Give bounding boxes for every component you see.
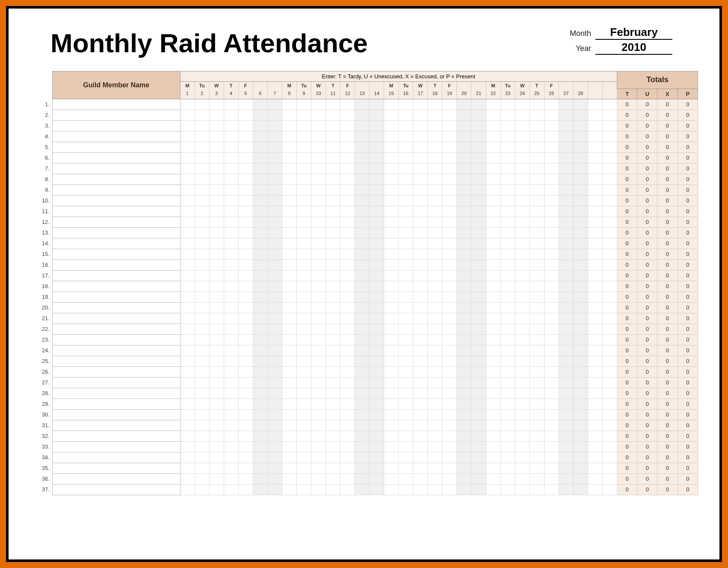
- attendance-cell[interactable]: [180, 484, 195, 495]
- attendance-cell[interactable]: [399, 398, 413, 409]
- attendance-cell[interactable]: [530, 217, 544, 227]
- attendance-cell[interactable]: [224, 217, 238, 227]
- attendance-cell[interactable]: [559, 388, 573, 398]
- attendance-cell[interactable]: [180, 313, 195, 324]
- attendance-cell[interactable]: [471, 366, 486, 377]
- member-name-cell[interactable]: [52, 110, 180, 120]
- attendance-cell[interactable]: [282, 473, 296, 484]
- attendance-cell[interactable]: [224, 388, 238, 398]
- attendance-cell[interactable]: [559, 473, 573, 484]
- attendance-cell[interactable]: [238, 463, 253, 473]
- attendance-cell[interactable]: [253, 388, 267, 398]
- attendance-cell[interactable]: [544, 345, 559, 356]
- attendance-cell[interactable]: [602, 99, 617, 110]
- attendance-cell[interactable]: [253, 409, 267, 420]
- attendance-cell[interactable]: [500, 99, 515, 110]
- attendance-cell[interactable]: [267, 110, 282, 120]
- attendance-cell[interactable]: [267, 195, 282, 206]
- attendance-cell[interactable]: [544, 473, 559, 484]
- attendance-cell[interactable]: [253, 377, 267, 388]
- attendance-cell[interactable]: [515, 441, 530, 452]
- attendance-cell[interactable]: [370, 195, 384, 206]
- attendance-cell[interactable]: [311, 356, 326, 366]
- attendance-cell[interactable]: [457, 174, 471, 184]
- attendance-cell[interactable]: [384, 142, 399, 152]
- attendance-cell[interactable]: [209, 291, 224, 302]
- attendance-cell[interactable]: [544, 120, 559, 131]
- attendance-cell[interactable]: [428, 131, 442, 142]
- attendance-cell[interactable]: [311, 398, 326, 409]
- attendance-cell[interactable]: [180, 238, 195, 249]
- attendance-cell[interactable]: [180, 431, 195, 441]
- attendance-cell[interactable]: [428, 345, 442, 356]
- attendance-cell[interactable]: [267, 227, 282, 238]
- attendance-cell[interactable]: [544, 227, 559, 238]
- attendance-cell[interactable]: [399, 184, 413, 195]
- attendance-cell[interactable]: [282, 142, 296, 152]
- attendance-cell[interactable]: [457, 238, 471, 249]
- attendance-cell[interactable]: [413, 120, 428, 131]
- attendance-cell[interactable]: [399, 463, 413, 473]
- attendance-cell[interactable]: [195, 249, 209, 259]
- attendance-cell[interactable]: [384, 227, 399, 238]
- attendance-cell[interactable]: [195, 110, 209, 120]
- attendance-cell[interactable]: [296, 174, 311, 184]
- attendance-cell[interactable]: [602, 441, 617, 452]
- attendance-cell[interactable]: [486, 120, 500, 131]
- attendance-cell[interactable]: [224, 281, 238, 291]
- attendance-cell[interactable]: [209, 334, 224, 345]
- attendance-cell[interactable]: [530, 120, 544, 131]
- attendance-cell[interactable]: [530, 131, 544, 142]
- attendance-cell[interactable]: [457, 249, 471, 259]
- attendance-cell[interactable]: [573, 195, 588, 206]
- attendance-cell[interactable]: [457, 131, 471, 142]
- attendance-cell[interactable]: [602, 110, 617, 120]
- attendance-cell[interactable]: [238, 120, 253, 131]
- attendance-cell[interactable]: [195, 99, 209, 110]
- attendance-cell[interactable]: [515, 217, 530, 227]
- attendance-cell[interactable]: [428, 431, 442, 441]
- attendance-cell[interactable]: [428, 217, 442, 227]
- attendance-cell[interactable]: [530, 441, 544, 452]
- attendance-cell[interactable]: [370, 302, 384, 313]
- attendance-cell[interactable]: [267, 217, 282, 227]
- attendance-cell[interactable]: [486, 484, 500, 495]
- attendance-cell[interactable]: [486, 420, 500, 431]
- attendance-cell[interactable]: [573, 345, 588, 356]
- attendance-cell[interactable]: [471, 377, 486, 388]
- attendance-cell[interactable]: [209, 217, 224, 227]
- attendance-cell[interactable]: [602, 377, 617, 388]
- attendance-cell[interactable]: [559, 142, 573, 152]
- attendance-cell[interactable]: [296, 463, 311, 473]
- attendance-cell[interactable]: [326, 217, 340, 227]
- attendance-cell[interactable]: [384, 366, 399, 377]
- attendance-cell[interactable]: [457, 195, 471, 206]
- attendance-cell[interactable]: [355, 388, 370, 398]
- attendance-cell[interactable]: [180, 259, 195, 270]
- attendance-cell[interactable]: [253, 473, 267, 484]
- attendance-cell[interactable]: [340, 484, 355, 495]
- attendance-cell[interactable]: [253, 463, 267, 473]
- attendance-cell[interactable]: [267, 366, 282, 377]
- attendance-cell[interactable]: [442, 441, 457, 452]
- attendance-cell[interactable]: [515, 227, 530, 238]
- attendance-cell[interactable]: [326, 302, 340, 313]
- attendance-cell[interactable]: [413, 206, 428, 217]
- attendance-cell[interactable]: [399, 270, 413, 281]
- attendance-cell[interactable]: [413, 152, 428, 163]
- attendance-cell[interactable]: [180, 324, 195, 334]
- attendance-cell[interactable]: [267, 291, 282, 302]
- attendance-cell[interactable]: [530, 377, 544, 388]
- attendance-cell[interactable]: [253, 249, 267, 259]
- attendance-cell[interactable]: [326, 356, 340, 366]
- attendance-cell[interactable]: [340, 163, 355, 174]
- attendance-cell[interactable]: [544, 388, 559, 398]
- attendance-cell[interactable]: [384, 206, 399, 217]
- attendance-cell[interactable]: [253, 152, 267, 163]
- attendance-cell[interactable]: [399, 227, 413, 238]
- attendance-cell[interactable]: [559, 291, 573, 302]
- attendance-cell[interactable]: [296, 441, 311, 452]
- attendance-cell[interactable]: [413, 377, 428, 388]
- attendance-cell[interactable]: [384, 195, 399, 206]
- attendance-cell[interactable]: [311, 409, 326, 420]
